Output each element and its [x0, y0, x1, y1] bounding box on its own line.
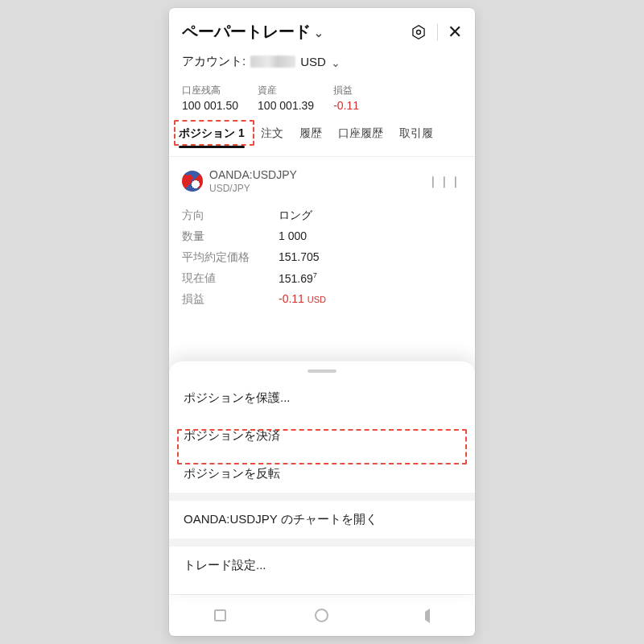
field-label: 数量	[182, 229, 279, 244]
row-side: 方向 ロング	[182, 205, 462, 226]
action-reverse-position[interactable]: ポジションを反転	[169, 455, 475, 493]
field-value: 151.697	[279, 271, 317, 286]
action-close-position[interactable]: ポジションを決済	[169, 417, 475, 455]
settings-icon[interactable]	[410, 23, 427, 41]
field-value: ロング	[279, 208, 312, 223]
action-trade-settings[interactable]: トレード設定...	[169, 547, 475, 584]
stat-value: -0.11	[333, 99, 359, 112]
chevron-down-icon: ⌄	[331, 56, 341, 69]
price-fraction: 7	[313, 271, 317, 279]
symbol: OANDA:USDJPY	[209, 168, 297, 181]
account-selector[interactable]: アカウント: USD ⌄	[182, 54, 462, 69]
row-avg-price: 平均約定価格 151.705	[182, 247, 462, 268]
chevron-down-icon: ⌄	[314, 27, 324, 39]
account-stats: 口座残高 100 001.50 資産 100 001.39 損益 -0.11	[169, 72, 475, 118]
row-current-price: 現在値 151.697	[182, 268, 462, 289]
system-nav-bar	[169, 594, 475, 636]
sheet-divider	[169, 493, 475, 501]
price-main: 151.69	[279, 272, 313, 285]
field-value: 151.705	[279, 250, 320, 265]
account-label: アカウント:	[182, 54, 246, 69]
title-text: ペーパートレード	[182, 21, 311, 43]
tab-history[interactable]: 履歴	[298, 125, 324, 156]
header: ペーパートレード ⌄ ✕ アカウント: USD ⌄	[169, 8, 475, 72]
account-id-redacted	[250, 56, 295, 68]
nav-home-icon[interactable]	[313, 607, 331, 625]
action-open-chart[interactable]: OANDA:USDJPY のチャートを開く	[169, 501, 475, 539]
field-value: -0.11 USD	[279, 292, 326, 307]
field-value: 1 000	[279, 229, 307, 244]
stat-label: 口座残高	[182, 84, 238, 97]
action-protect-position[interactable]: ポジションを保護...	[169, 379, 475, 417]
position-card: OANDA:USDJPY USD/JPY ❘❘❘ 方向 ロング 数量 1 000…	[169, 157, 475, 361]
svg-marker-0	[413, 25, 424, 39]
stat-equity: 資産 100 001.39	[258, 84, 314, 112]
field-label: 方向	[182, 208, 279, 223]
action-sheet: ポジションを保護... ポジションを決済 ポジションを反転 OANDA:USDJ…	[169, 361, 475, 594]
field-label: 損益	[182, 292, 279, 307]
stat-label: 損益	[333, 84, 359, 97]
svg-point-1	[417, 30, 421, 34]
pair: USD/JPY	[209, 183, 297, 194]
tab-trade-history[interactable]: 取引履	[398, 125, 435, 156]
pnl-unit: USD	[308, 295, 326, 304]
stat-balance: 口座残高 100 001.50	[182, 84, 238, 112]
field-label: 現在値	[182, 271, 279, 286]
reorder-icon[interactable]: ❘❘❘	[428, 175, 462, 188]
tab-orders[interactable]: 注文	[259, 125, 285, 156]
sheet-divider	[169, 539, 475, 547]
tab-bar: ポジション 1 注文 履歴 口座履歴 取引履	[169, 118, 475, 157]
nav-recent-icon[interactable]	[211, 607, 229, 625]
row-pnl: 損益 -0.11 USD	[182, 289, 462, 310]
drag-handle-icon[interactable]	[308, 369, 336, 373]
field-label: 平均約定価格	[182, 250, 279, 265]
close-icon[interactable]: ✕	[448, 23, 462, 41]
tab-account-history[interactable]: 口座履歴	[336, 125, 385, 156]
account-currency: USD	[300, 55, 326, 68]
vertical-divider	[437, 23, 438, 41]
pnl-value: -0.11	[279, 292, 304, 305]
row-qty: 数量 1 000	[182, 226, 462, 247]
page-title[interactable]: ペーパートレード ⌄	[182, 21, 400, 43]
currency-flag-icon	[182, 171, 203, 192]
stat-label: 資産	[258, 84, 314, 97]
nav-back-icon[interactable]	[415, 607, 433, 625]
position-details: 方向 ロング 数量 1 000 平均約定価格 151.705 現在値 151.6…	[182, 205, 462, 310]
stat-value: 100 001.50	[182, 99, 238, 112]
stat-pnl: 損益 -0.11	[333, 84, 359, 112]
tab-positions[interactable]: ポジション 1	[177, 125, 246, 156]
app-window: ペーパートレード ⌄ ✕ アカウント: USD ⌄	[169, 8, 475, 636]
stat-value: 100 001.39	[258, 99, 314, 112]
